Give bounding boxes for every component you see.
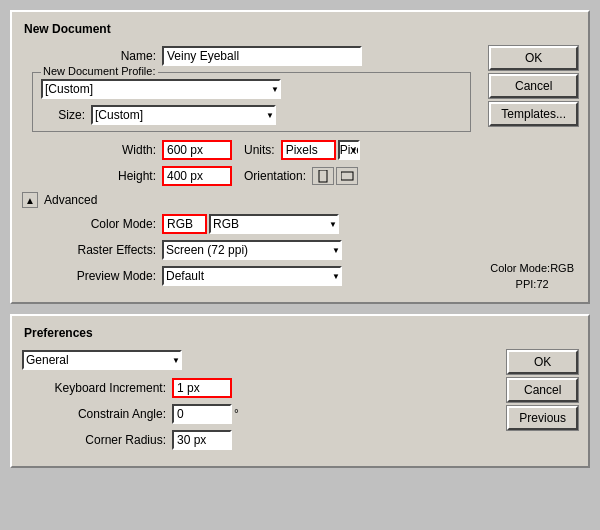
templates-button[interactable]: Templates... — [489, 102, 578, 126]
color-mode-line1: Color Mode:RGB — [490, 261, 574, 276]
corner-label: Corner Radius: — [22, 433, 172, 447]
degrees-symbol: ° — [234, 407, 239, 421]
corner-radius-row: Corner Radius: — [22, 430, 489, 450]
profile-group-label: New Document Profile: — [41, 65, 158, 77]
height-row: Height: Orientation: — [22, 166, 471, 186]
preferences-dialog: Preferences General Type Units & Display… — [10, 314, 590, 468]
units-label: Units: — [244, 143, 275, 157]
general-row: General Type Units & Display Performance — [22, 350, 489, 370]
pref-buttons: OK Cancel Previous — [507, 350, 578, 456]
constrain-label: Constrain Angle: — [22, 407, 172, 421]
new-document-dialog: New Document Name: New Document Profile:… — [10, 10, 590, 304]
svg-rect-1 — [341, 172, 353, 180]
height-label: Height: — [22, 169, 162, 183]
new-doc-cancel-button[interactable]: Cancel — [489, 74, 578, 98]
keyboard-incr-input[interactable] — [172, 378, 232, 398]
color-mode-row: Color Mode: RGB CMYK Grayscale — [22, 214, 471, 234]
color-mode-line2: PPI:72 — [490, 277, 574, 292]
raster-select[interactable]: Screen (72 ppi) Medium (150 ppi) High (3… — [162, 240, 342, 260]
advanced-label: Advanced — [44, 193, 97, 207]
name-input[interactable] — [162, 46, 362, 66]
width-row: Width: Units: Pixels Inches Cm — [22, 140, 471, 160]
general-select[interactable]: General Type Units & Display Performance — [22, 350, 182, 370]
constrain-angle-row: Constrain Angle: ° — [22, 404, 489, 424]
new-doc-buttons: OK Cancel Templates... — [489, 46, 578, 126]
keyboard-incr-label: Keyboard Increment: — [22, 381, 172, 395]
constrain-input[interactable] — [172, 404, 232, 424]
profile-select[interactable]: [Custom] Print Web Video and Film — [41, 79, 281, 99]
height-input[interactable] — [162, 166, 232, 186]
svg-rect-0 — [319, 170, 327, 182]
name-label: Name: — [22, 49, 162, 63]
profile-group: New Document Profile: [Custom] Print Web… — [32, 72, 471, 132]
raster-label: Raster Effects: — [22, 243, 162, 257]
profile-row: [Custom] Print Web Video and Film — [41, 79, 462, 99]
raster-effects-row: Raster Effects: Screen (72 ppi) Medium (… — [22, 240, 471, 260]
pref-cancel-button[interactable]: Cancel — [507, 378, 578, 402]
width-label: Width: — [22, 143, 162, 157]
previous-button[interactable]: Previous — [507, 406, 578, 430]
preferences-title: Preferences — [22, 326, 578, 340]
new-document-title: New Document — [22, 22, 578, 36]
preview-mode-row: Preview Mode: Default Pixel Overprint — [22, 266, 471, 286]
color-mode-display — [162, 214, 207, 234]
name-row: Name: — [22, 46, 471, 66]
orientation-landscape-btn[interactable] — [336, 167, 358, 185]
preview-select[interactable]: Default Pixel Overprint — [162, 266, 342, 286]
units-display — [281, 140, 336, 160]
corner-input[interactable] — [172, 430, 232, 450]
new-doc-ok-button[interactable]: OK — [489, 46, 578, 70]
advanced-header: ▲ Advanced — [22, 192, 471, 208]
preview-label: Preview Mode: — [22, 269, 162, 283]
units-select[interactable]: Pixels Inches Cm — [338, 140, 360, 160]
size-select[interactable]: [Custom] Letter A4 — [91, 105, 276, 125]
size-row: Size: [Custom] Letter A4 — [41, 105, 462, 125]
advanced-toggle-btn[interactable]: ▲ — [22, 192, 38, 208]
width-input[interactable] — [162, 140, 232, 160]
color-mode-select[interactable]: RGB CMYK Grayscale — [209, 214, 339, 234]
pref-ok-button[interactable]: OK — [507, 350, 578, 374]
orientation-portrait-btn[interactable] — [312, 167, 334, 185]
orientation-label: Orientation: — [244, 169, 306, 183]
color-mode-label: Color Mode: — [22, 217, 162, 231]
keyboard-incr-row: Keyboard Increment: — [22, 378, 489, 398]
size-label: Size: — [41, 108, 91, 122]
color-mode-info: Color Mode:RGB PPI:72 — [490, 261, 574, 292]
